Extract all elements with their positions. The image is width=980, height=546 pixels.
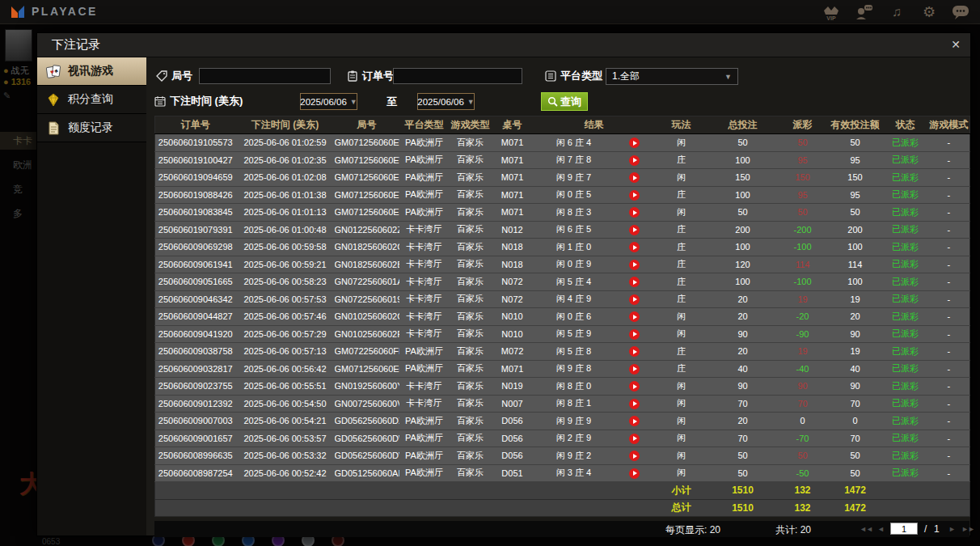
brand[interactable]: PLAYACE (10, 3, 98, 19)
sidebar-item-label: 积分查询 (68, 92, 113, 107)
cell-result: 闲 4 庄 9 (534, 290, 615, 308)
replay-play-icon[interactable] (629, 155, 640, 166)
cell-platform: PA欧洲厅 (399, 413, 450, 430)
cell-valid-bet: 19 (828, 290, 883, 308)
cell-replay (615, 413, 655, 430)
per-page-label: 每页显示: 20 (665, 523, 720, 537)
chevron-down-icon: ▼ (724, 73, 732, 81)
replay-play-icon[interactable] (629, 364, 640, 375)
sidebar-item-video-games[interactable]: ♥ ♠ 视讯游戏 (37, 57, 146, 86)
col-game-type: 游戏类型 (450, 116, 492, 134)
cell-platform: 卡卡湾厅 (399, 239, 450, 256)
cell-platform: PA欧洲厅 (399, 464, 450, 482)
replay-play-icon[interactable] (629, 260, 640, 270)
support-agent-icon[interactable] (854, 3, 875, 21)
replay-play-icon[interactable] (629, 434, 640, 444)
replay-play-icon[interactable] (629, 138, 640, 148)
replay-play-icon[interactable] (629, 468, 640, 479)
cell-status: 已派彩 (883, 273, 928, 291)
replay-play-icon[interactable] (629, 190, 640, 201)
cell-round: GM071256060EO (335, 360, 399, 378)
calendar-icon (154, 95, 166, 107)
total-label: 总计 (655, 499, 708, 517)
next-page-icon[interactable]: ► (948, 525, 955, 533)
cell-replay (615, 256, 655, 273)
cell-payout: 95 (778, 151, 828, 169)
cell-status: 已派彩 (883, 413, 928, 430)
table-row: 250606009046342 2025-06-06 00:57:53 GN07… (155, 290, 970, 308)
vip-crown-icon[interactable]: VIP (822, 3, 843, 21)
cell-round: GM071256060EW (335, 134, 399, 152)
replay-play-icon[interactable] (629, 346, 640, 357)
cell-order: 250606009032817 (155, 360, 236, 378)
page-input[interactable]: 1 (890, 523, 918, 535)
replay-play-icon[interactable] (629, 381, 640, 392)
table-row: 250606009061941 2025-06-06 00:59:21 GN01… (155, 256, 970, 273)
replay-play-icon[interactable] (629, 207, 640, 218)
cell-result: 闲 8 庄 1 (534, 395, 615, 413)
cell-total-bet: 120 (708, 256, 778, 273)
date-to-picker[interactable]: 2025/06/06 ▼ (417, 93, 475, 110)
cell-total-bet: 200 (708, 221, 778, 239)
first-page-icon[interactable]: ◄◄ (860, 525, 872, 533)
cell-platform: PA欧洲厅 (399, 343, 450, 361)
cell-status: 已派彩 (883, 204, 928, 222)
music-icon[interactable]: ♫ (886, 2, 907, 23)
date-from-value: 2025/06/06 (300, 97, 347, 107)
sidebar-item-quota-records[interactable]: 额度记录 (37, 114, 146, 142)
cell-game-mode: - (928, 378, 970, 396)
replay-play-icon[interactable] (629, 329, 640, 340)
close-icon[interactable]: ✕ (951, 38, 961, 51)
cell-round: GM071256060ET (335, 186, 399, 204)
cell-valid-bet: 50 (828, 464, 883, 482)
settings-gear-icon[interactable]: ⚙ (919, 2, 940, 23)
replay-play-icon[interactable] (629, 451, 640, 461)
replay-play-icon[interactable] (629, 277, 640, 287)
order-input[interactable] (393, 68, 522, 84)
last-page-icon[interactable]: ►► (961, 525, 974, 533)
replay-play-icon[interactable] (629, 294, 640, 305)
replay-play-icon[interactable] (629, 399, 640, 409)
cell-table-no: D056 (492, 430, 534, 447)
cell-round: GN0192560600Y (335, 378, 399, 396)
cell-status: 已派彩 (883, 221, 928, 239)
cell-time: 2025-06-06 00:52:42 (236, 464, 335, 482)
replay-play-icon[interactable] (629, 172, 640, 183)
cell-total-bet: 20 (708, 343, 778, 361)
sidebar-item-points-query[interactable]: 积分查询 (37, 86, 146, 114)
cell-game-type: 百家乐 (450, 169, 492, 187)
cell-play: 庄 (655, 360, 708, 378)
cell-replay (615, 273, 655, 291)
col-valid-bet: 有效投注额 (828, 116, 883, 134)
document-icon (45, 121, 61, 136)
cell-valid-bet: 50 (828, 447, 883, 465)
cell-replay (615, 134, 655, 152)
cell-time: 2025-06-06 01:02:08 (236, 169, 335, 187)
screen: ● 战无 ● 1316 ✎ 卡卡 欧洲 竞 多 大 0653 PLAYACE (0, 0, 980, 546)
cell-table-no: N018 (492, 256, 534, 273)
cell-round: GN0182560602B (335, 256, 399, 273)
platform-select[interactable]: 1.全部 ▼ (606, 68, 738, 85)
round-input[interactable] (199, 68, 331, 84)
cell-table-no: M071 (492, 360, 534, 378)
cell-platform: PA欧洲厅 (399, 186, 450, 204)
prev-page-icon[interactable]: ◄ (877, 525, 884, 533)
date-from-picker[interactable]: 2025/06/06 ▼ (300, 93, 357, 110)
replay-play-icon[interactable] (629, 225, 640, 235)
chat-bubble-icon[interactable] (951, 3, 972, 21)
cell-game-type: 百家乐 (450, 273, 492, 291)
subtotal-label: 小计 (655, 482, 708, 500)
cell-play: 闲 (655, 325, 708, 343)
cell-game-mode: - (928, 395, 970, 413)
replay-play-icon[interactable] (629, 242, 640, 252)
cell-table-no: D051 (492, 464, 534, 482)
cell-status: 已派彩 (883, 169, 928, 187)
cell-table-no: M071 (492, 151, 534, 169)
replay-play-icon[interactable] (629, 311, 640, 322)
search-button[interactable]: 查询 (541, 92, 588, 111)
table-row: 250606009001657 2025-06-06 00:53:57 GD05… (155, 430, 970, 447)
replay-play-icon[interactable] (629, 416, 640, 426)
col-round: 局号 (335, 116, 399, 134)
table-row: 250606009038758 2025-06-06 00:57:13 GM07… (155, 343, 970, 361)
cell-play: 闲 (655, 464, 708, 482)
